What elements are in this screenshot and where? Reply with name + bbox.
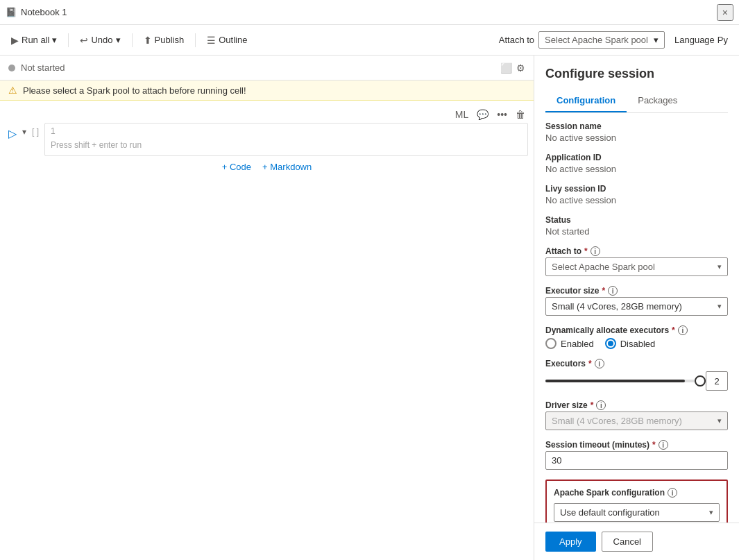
notebook-title: Notebook 1 (21, 7, 717, 17)
executor-size-field: Executor size * i Small (4 vCores, 28GB … (545, 286, 728, 316)
dropdown-chevron-icon: ▾ (654, 35, 659, 45)
executor-size-required: * (602, 286, 605, 296)
status-bar: Not started ⬜ ⚙ (0, 56, 534, 80)
spark-config-chevron-icon: ▾ (709, 508, 713, 517)
dynamic-executors-info-icon[interactable]: i (678, 325, 688, 335)
apply-button[interactable]: Apply (545, 532, 596, 552)
panel-content: Session name No active session Applicati… (534, 113, 739, 523)
warning-icon: ⚠ (8, 85, 17, 96)
cell-bracket: [ ] (29, 126, 42, 138)
tab-packages[interactable]: Packages (627, 90, 688, 112)
separator-3 (195, 33, 196, 47)
executors-label: Executors * i (545, 359, 728, 368)
add-code-button[interactable]: + Code (222, 162, 251, 172)
language-button[interactable]: Language Py (669, 32, 733, 48)
attach-to-chevron-icon: ▾ (717, 262, 722, 271)
delete-button[interactable]: 🗑 (513, 108, 528, 121)
toolbar: ▶ Run all ▾ ↩ Undo ▾ ⬆ Publish ☰ Outline… (0, 25, 739, 56)
session-status-label: Status (545, 215, 728, 225)
cell-content[interactable]: 1 Press shift + enter to run (44, 123, 528, 156)
publish-label: Publish (155, 35, 185, 45)
enabled-radio[interactable]: Enabled (545, 338, 594, 349)
driver-size-info-icon[interactable]: i (596, 400, 606, 410)
executors-slider-fill (545, 380, 685, 382)
session-name-label: Session name (545, 121, 728, 131)
spark-config-value: Use default configuration (560, 507, 660, 518)
add-cell-bar: + Code + Markdown (0, 156, 534, 178)
cancel-button[interactable]: Cancel (602, 532, 653, 552)
undo-icon: ↩ (80, 35, 88, 46)
livy-session-label: Livy session ID (545, 184, 728, 194)
executors-info-icon[interactable]: i (595, 359, 604, 368)
executor-size-label: Executor size * i (545, 286, 728, 296)
session-timeout-input[interactable] (545, 451, 728, 470)
attach-to-label: Attach to (499, 35, 534, 45)
undo-label: Undo (91, 35, 112, 45)
more-button[interactable]: ••• (494, 108, 510, 121)
attach-to-dropdown[interactable]: Select Apache Spark pool ▾ (545, 257, 728, 276)
outline-icon: ☰ (207, 35, 216, 46)
right-panel: Configure session Configuration Packages… (534, 56, 739, 560)
dynamic-executors-radio-group: Enabled Disabled (545, 338, 728, 349)
undo-button[interactable]: ↩ Undo ▾ (74, 32, 126, 49)
spark-pool-placeholder: Select Apache Spark pool (545, 35, 648, 45)
spark-config-label: Apache Spark configuration i (554, 488, 720, 498)
line-number: 1 (45, 124, 527, 139)
executors-slider-thumb[interactable] (695, 375, 706, 387)
driver-size-dropdown[interactable]: Small (4 vCores, 28GB memory) ▾ (545, 411, 728, 430)
spark-config-dropdown[interactable]: Use default configuration ▾ (554, 503, 720, 522)
attach-to-group: Attach to Select Apache Spark pool ▾ Lan… (499, 31, 733, 49)
add-markdown-button[interactable]: + Markdown (262, 162, 312, 172)
dynamic-executors-label: Dynamically allocate executors * i (545, 325, 728, 335)
disabled-radio-circle (605, 338, 616, 349)
add-markdown-label: + Markdown (262, 162, 312, 172)
session-timeout-label: Session timeout (minutes) * i (545, 440, 728, 450)
publish-button[interactable]: ⬆ Publish (138, 32, 190, 49)
outline-label: Outline (219, 35, 247, 45)
executor-size-dropdown[interactable]: Small (4 vCores, 28GB memory) ▾ (545, 297, 728, 316)
executors-slider-group: 2 (545, 371, 728, 391)
status-text: Not started (21, 62, 495, 73)
driver-size-required: * (591, 400, 594, 410)
cell-run-button[interactable]: ▷ (6, 124, 19, 143)
run-all-button[interactable]: ▶ Run all ▾ (6, 32, 62, 49)
close-button[interactable]: × (717, 4, 733, 21)
comment-button[interactable]: 💬 (474, 108, 491, 121)
session-name-field: Session name No active session (545, 121, 728, 143)
driver-size-value: Small (4 vCores, 28GB memory) (552, 416, 682, 426)
status-indicator (8, 65, 15, 71)
settings-button[interactable]: ⚙ (516, 62, 525, 74)
cell-area: ML 💬 ••• 🗑 ▷ ▾ [ ] 1 Press shift + enter… (0, 101, 534, 560)
panel-title: Configure session (545, 67, 728, 81)
notebook-area: Not started ⬜ ⚙ ⚠ Please select a Spark … (0, 56, 534, 560)
separator-2 (132, 33, 133, 47)
run-all-label: Run all (22, 35, 49, 45)
executor-size-info-icon[interactable]: i (608, 286, 618, 296)
spark-pool-dropdown[interactable]: Select Apache Spark pool ▾ (538, 31, 665, 49)
application-id-label: Application ID (545, 153, 728, 162)
attach-to-field-label: Attach to * i (545, 246, 728, 256)
spark-config-info-icon[interactable]: i (668, 488, 677, 498)
disabled-radio[interactable]: Disabled (605, 338, 656, 349)
session-timeout-required: * (652, 440, 656, 450)
status-icons: ⬜ ⚙ (500, 62, 525, 74)
cell-container: ML 💬 ••• 🗑 ▷ ▾ [ ] 1 Press shift + enter… (0, 106, 534, 156)
tab-configuration[interactable]: Configuration (545, 90, 627, 112)
main-layout: Not started ⬜ ⚙ ⚠ Please select a Spark … (0, 56, 739, 560)
cell-toolbar: ML 💬 ••• 🗑 (0, 106, 534, 123)
cell-collapse-button[interactable]: ▾ (19, 124, 29, 139)
ml-button[interactable]: ML (452, 108, 471, 121)
outline-button[interactable]: ☰ Outline (201, 32, 253, 49)
driver-size-field: Driver size * i Small (4 vCores, 28GB me… (545, 400, 728, 430)
executor-size-value: Small (4 vCores, 28GB memory) (552, 301, 682, 312)
enabled-radio-label: Enabled (561, 339, 594, 349)
session-timeout-info-icon[interactable]: i (659, 440, 668, 450)
executors-required: * (588, 359, 592, 368)
title-bar: 📓 Notebook 1 × (0, 0, 739, 25)
maximize-button[interactable]: ⬜ (500, 62, 512, 74)
cell-prompt-text: Press shift + enter to run (45, 139, 527, 155)
session-name-value: No active session (545, 133, 728, 143)
attach-to-info-icon[interactable]: i (591, 246, 600, 256)
attach-to-dropdown-text: Select Apache Spark pool (552, 262, 655, 272)
separator-1 (68, 33, 69, 47)
